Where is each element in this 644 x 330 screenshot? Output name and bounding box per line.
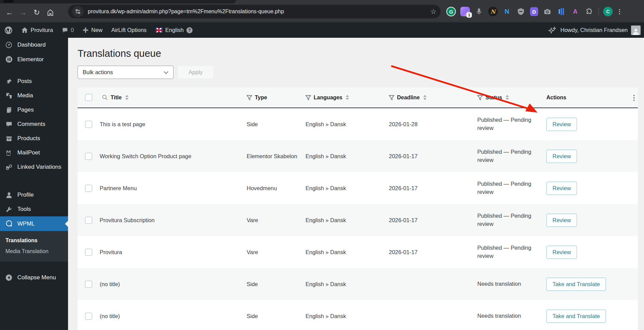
tab-stub[interactable] (3, 0, 14, 3)
howdy-text[interactable]: Howdy, Christian Frandsen (560, 27, 628, 33)
site-info-icon[interactable] (72, 6, 84, 17)
sort-arrows-icon[interactable] (506, 95, 509, 100)
submenu-item-media-translation[interactable]: Media Translation (0, 246, 68, 257)
select-all-checkbox[interactable] (85, 94, 92, 101)
row-deadline: 2026-01-17 (389, 153, 477, 160)
translate-extension-icon[interactable]: A (571, 7, 580, 16)
row-checkbox[interactable] (85, 313, 92, 320)
row-type: Elementor Skabelon (247, 153, 306, 160)
col-actions: Actions (546, 95, 566, 101)
sidebar-item-linked-variations[interactable]: Linked Variations (0, 160, 68, 174)
back-icon[interactable]: ← (3, 6, 16, 19)
review-button[interactable]: Review (546, 150, 577, 163)
collapse-menu[interactable]: Collapse Menu (0, 270, 68, 285)
user-avatar[interactable] (631, 26, 641, 35)
sidebar-item-elementor[interactable]: Elementor (0, 52, 68, 67)
take-and-translate-button[interactable]: Take and Translate (546, 310, 606, 323)
row-checkbox[interactable] (85, 281, 92, 288)
adminbar-airlift-options[interactable]: AirLift Options (107, 22, 151, 38)
sidebar-item-tools[interactable]: Tools (0, 202, 68, 216)
adminbar-new[interactable]: New (78, 22, 107, 38)
bulk-actions-select[interactable]: Bulk actions (78, 66, 174, 79)
home-icon (21, 27, 28, 33)
filter-icon[interactable] (306, 95, 311, 100)
sidebar-label: Dashboard (17, 42, 46, 48)
gem-extension-icon[interactable]: 1 (460, 7, 470, 16)
row-checkbox[interactable] (85, 249, 92, 256)
squiggle-extension-icon[interactable]: N (488, 7, 498, 16)
url-bar[interactable]: provitura.dk/wp-admin/admin.php?page=tm%… (68, 5, 441, 18)
sidebar-item-products[interactable]: Products (0, 131, 68, 146)
row-title[interactable]: (no title) (100, 313, 247, 319)
help-badge[interactable]: ? (186, 27, 193, 33)
row-checkbox[interactable] (85, 217, 92, 224)
grammarly-extension-icon[interactable]: G (446, 7, 456, 16)
review-button[interactable]: Review (546, 118, 577, 131)
table-options-kebab-icon[interactable]: ⋮ (630, 94, 638, 102)
comment-bubble-icon (62, 27, 68, 33)
sidebar-item-mailpoet[interactable]: MailPoet (0, 146, 68, 160)
bookmark-star-icon[interactable]: ☆ (430, 7, 436, 16)
notion-extension-icon[interactable]: N (502, 7, 512, 16)
bars-extension-icon[interactable] (557, 7, 566, 16)
airlift-label: AirLift Options (111, 27, 147, 33)
url-text[interactable]: provitura.dk/wp-admin/admin.php?page=tm%… (88, 9, 430, 15)
col-status[interactable]: Status (485, 95, 502, 101)
sidebar-item-dashboard[interactable]: Dashboard (0, 38, 68, 52)
browser-profile-avatar[interactable]: C (603, 7, 613, 16)
row-checkbox[interactable] (85, 121, 92, 128)
shield-extension-icon[interactable] (516, 7, 526, 16)
row-title[interactable]: Provitura (100, 249, 247, 255)
adminbar-site-link[interactable]: Provitura (17, 22, 57, 38)
review-button[interactable]: Review (546, 246, 577, 259)
col-type[interactable]: Type (255, 95, 267, 101)
sort-arrows-icon[interactable] (125, 95, 129, 100)
row-title[interactable]: Partnere Menu (100, 185, 247, 192)
link-icon (5, 164, 13, 170)
submenu-item-translations[interactable]: Translations (0, 235, 68, 246)
table-row: This is a test page Side English » Dansk… (78, 108, 638, 140)
sidebar-item-posts[interactable]: Posts (0, 74, 68, 88)
home-icon[interactable] (44, 6, 57, 19)
row-title[interactable]: Working Switch Option Product page (100, 153, 247, 160)
filter-icon[interactable] (389, 95, 394, 100)
sidebar-item-wpml[interactable]: WPML (0, 216, 68, 231)
adminbar-new-label: New (91, 27, 102, 33)
review-button[interactable]: Review (546, 182, 577, 195)
review-button[interactable]: Review (546, 214, 577, 227)
filter-icon[interactable] (477, 95, 483, 100)
sidebar-item-media[interactable]: Media (0, 88, 68, 103)
sparkle-icon[interactable] (548, 26, 557, 34)
row-checkbox[interactable] (85, 185, 92, 192)
adminbar-language[interactable]: English ? (151, 22, 197, 38)
sort-arrows-icon[interactable] (346, 95, 349, 100)
apply-button[interactable]: Apply (178, 66, 214, 79)
col-deadline[interactable]: Deadline (397, 95, 420, 101)
sidebar-item-pages[interactable]: Pages (0, 103, 68, 117)
microphone-icon[interactable] (474, 7, 484, 16)
adminbar-comments[interactable]: 0 (57, 22, 78, 38)
col-title[interactable]: Title (111, 95, 122, 101)
d-extension-icon[interactable]: D (530, 7, 538, 16)
row-title[interactable]: Provitura Subscription (100, 217, 247, 224)
sidebar-item-profile[interactable]: Profile (0, 188, 68, 202)
take-and-translate-button[interactable]: Take and Translate (546, 278, 606, 291)
table-row: (no title) Side English » Dansk Needs tr… (78, 268, 638, 300)
forward-icon[interactable]: → (16, 6, 30, 19)
extensions-puzzle-icon[interactable] (584, 7, 594, 16)
row-title[interactable]: (no title) (100, 281, 247, 287)
camera-extension-icon[interactable] (543, 7, 552, 16)
browser-menu-icon[interactable]: ⋮ (617, 7, 622, 16)
wp-logo[interactable] (0, 22, 17, 38)
plus-icon (83, 27, 88, 33)
sidebar-item-comments[interactable]: Comments (0, 117, 68, 131)
filter-icon[interactable] (247, 95, 252, 100)
browser-toolbar: ← → ↻ provitura.dk/wp-admin/admin.php?pa… (0, 3, 644, 22)
row-languages: English » Dansk (306, 185, 389, 192)
search-icon[interactable] (102, 95, 108, 100)
sort-arrows-icon[interactable] (423, 95, 427, 100)
row-checkbox[interactable] (85, 153, 92, 160)
reload-icon[interactable]: ↻ (30, 6, 44, 19)
col-languages[interactable]: Languages (314, 95, 342, 101)
row-title[interactable]: This is a test page (100, 121, 247, 128)
